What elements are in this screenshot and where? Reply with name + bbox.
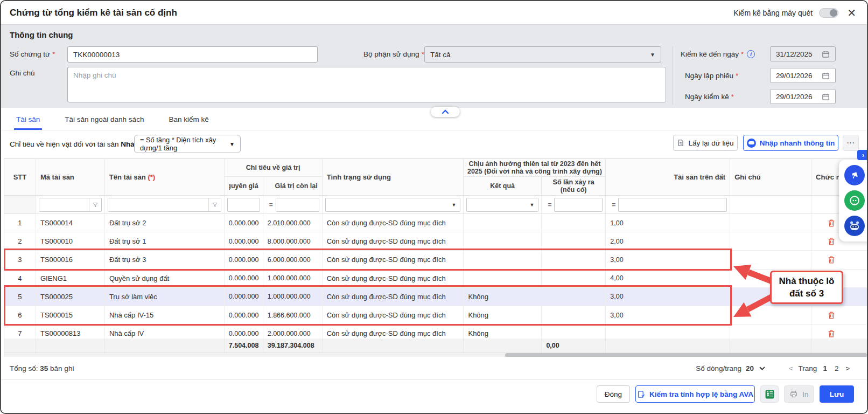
filter-occurrences[interactable]: = [542, 196, 606, 213]
filter-funnel-icon[interactable] [89, 198, 101, 211]
cell-result[interactable]: Không [464, 325, 542, 339]
cell-asset-name[interactable]: Nhà cấp IV [105, 325, 225, 339]
save-button[interactable]: Lưu [820, 385, 854, 403]
cell-asset-name[interactable]: Đất trụ sở 1 [105, 232, 225, 250]
cell-occurrences[interactable] [542, 251, 606, 268]
cell-original-cost[interactable]: 0.000.000 [225, 270, 263, 287]
cell-usage-status[interactable]: Còn sử dụng được-SD đúng mục đích [323, 232, 464, 250]
cell-stt[interactable]: 3 [4, 251, 36, 268]
delete-row-button[interactable] [828, 329, 835, 338]
delete-row-button[interactable] [828, 237, 835, 246]
panda-bot-icon[interactable] [844, 216, 865, 236]
col-asset-code[interactable]: Mã tài sản [36, 159, 105, 195]
cell-note[interactable] [730, 306, 811, 324]
cell-original-cost[interactable]: 0.000.000 [225, 288, 263, 306]
cell-asset-name[interactable]: Đất trụ sở 2 [105, 214, 225, 232]
filter-remaining-value[interactable]: = [263, 196, 323, 213]
cell-asset-name[interactable]: Nhà cấp IV-15 [105, 306, 225, 324]
note-textarea[interactable] [67, 67, 666, 102]
cell-stt[interactable]: 6 [4, 306, 36, 324]
close-button[interactable]: Đóng [597, 385, 630, 403]
filter-asset-code[interactable] [36, 196, 105, 213]
cell-usage-status[interactable]: Còn sử dụng được-SD đúng mục đích [323, 288, 464, 306]
col-asset-name[interactable]: Tên tài sản (*) [105, 159, 225, 195]
department-select[interactable]: Tất cả▼ [424, 46, 661, 63]
table-row[interactable]: 6TS000015Nhà cấp IV-150.000.0001.866.600… [4, 306, 868, 325]
cell-original-cost[interactable]: 0.000.000 [225, 251, 263, 268]
cell-asset-code[interactable]: TS000015 [36, 306, 105, 324]
cell-land-assets[interactable]: 3,00 [606, 251, 730, 268]
cell-usage-status[interactable]: Còn sử dụng được-SD đúng mục đích [323, 214, 464, 232]
cell-result[interactable] [464, 214, 542, 232]
cell-remaining-value[interactable]: 2.010.000.000 [263, 214, 323, 232]
cell-remaining-value[interactable]: 8.000.000.000 [263, 232, 323, 250]
delete-row-button[interactable] [828, 219, 835, 227]
criteria-dropdown[interactable]: = Số tầng * Diện tích xây dựng/1 tầng▼ [134, 135, 241, 153]
cell-land-assets[interactable]: 1,00 [606, 214, 730, 232]
more-options-button[interactable]: ⋯ [843, 135, 859, 151]
cell-asset-code[interactable]: TS000010 [36, 232, 105, 250]
filter-original-cost[interactable] [225, 196, 263, 213]
close-icon[interactable]: ✕ [845, 6, 858, 19]
cell-occurrences[interactable] [542, 306, 606, 324]
col-remaining-value[interactable]: Giá trị còn lại [263, 177, 322, 195]
calendar-icon[interactable] [822, 93, 830, 101]
delete-row-button[interactable] [828, 256, 835, 264]
col-occurrences[interactable]: Số lần xảy ra (nếu có) [542, 177, 606, 195]
cell-land-assets[interactable] [606, 325, 730, 339]
cell-asset-code[interactable]: GIENG1 [36, 270, 105, 287]
cell-occurrences[interactable] [542, 325, 606, 339]
cell-note[interactable] [730, 232, 811, 250]
page-2-button[interactable]: 2 [833, 364, 841, 372]
cell-result[interactable]: Không [464, 288, 542, 306]
cell-usage-status[interactable]: Còn sử dụng được-SD đúng mục đích [323, 270, 464, 287]
inventory-date-input[interactable]: 29/01/2026 [770, 89, 836, 104]
cell-land-assets[interactable]: 3,00 [606, 288, 730, 306]
chevron-down-icon[interactable] [759, 367, 765, 370]
cell-note[interactable] [730, 214, 811, 232]
collapse-section-button[interactable] [431, 107, 460, 117]
export-excel-button[interactable] [760, 385, 779, 403]
cell-land-assets[interactable]: 3,00 [606, 306, 730, 324]
announcement-icon[interactable] [844, 165, 865, 185]
cell-result[interactable] [464, 270, 542, 287]
page-1-button[interactable]: 1 [821, 364, 829, 372]
table-row[interactable]: 5TS000025Trụ sở làm việc0.000.0001.000.0… [4, 288, 868, 306]
cell-occurrences[interactable] [542, 288, 606, 306]
cell-asset-name[interactable]: Quyền sử dụng đất [105, 270, 225, 287]
filter-land-assets[interactable]: = [606, 196, 730, 213]
cell-remaining-value[interactable]: 1.000.000.000 [263, 288, 323, 306]
col-usage-status[interactable]: Tình trạng sử dụng [323, 159, 464, 195]
cell-remaining-value[interactable]: 6.000.000.000 [263, 251, 323, 268]
cell-result[interactable] [464, 251, 542, 268]
tab-ban-kiem-ke[interactable]: Ban kiểm kê [166, 110, 211, 130]
cell-usage-status[interactable]: Còn sử dụng được-SD đúng mục đích [323, 325, 464, 339]
delete-row-button[interactable] [828, 311, 835, 320]
cell-original-cost[interactable]: 0.000.000 [225, 214, 263, 232]
col-original-cost[interactable]: Nguyên giá [225, 177, 263, 195]
cell-occurrences[interactable] [542, 214, 606, 232]
filter-funnel-icon[interactable] [208, 198, 221, 211]
cell-original-cost[interactable]: 0.000.000 [225, 306, 263, 324]
cell-result[interactable]: Không [464, 306, 542, 324]
cell-usage-status[interactable]: Còn sử dụng được-SD đúng mục đích [323, 251, 464, 268]
cell-asset-code[interactable]: TS000014 [36, 214, 105, 232]
cell-remaining-value[interactable]: 1.000.000.000 [263, 270, 323, 287]
cell-usage-status[interactable]: Còn sử dụng được-SD đúng mục đích [323, 306, 464, 324]
reload-data-button[interactable]: Lấy lại dữ liệu [673, 135, 738, 151]
cell-note[interactable] [730, 325, 811, 339]
filter-result[interactable]: ▼ [464, 196, 542, 213]
cell-stt[interactable]: 5 [4, 288, 36, 306]
cell-note[interactable] [730, 251, 811, 268]
validate-ava-button[interactable]: Kiểm tra tính hợp lệ bằng AVA [635, 385, 755, 403]
filter-usage-status[interactable]: ▼ [323, 196, 464, 213]
cell-occurrences[interactable] [542, 270, 606, 287]
table-row[interactable]: 1TS000014Đất trụ sở 20.000.0002.010.000.… [4, 214, 868, 232]
created-date-input[interactable]: 29/01/2026 [770, 68, 836, 83]
filter-asset-name[interactable] [105, 196, 225, 213]
col-result[interactable]: Kết quả [464, 177, 541, 195]
table-row[interactable]: 4GIENG1Quyền sử dụng đất0.000.0001.000.0… [4, 270, 868, 288]
cell-asset-name[interactable]: Đất trụ sở 3 [105, 251, 225, 268]
cell-remaining-value[interactable]: 1.866.600.000 [263, 306, 323, 324]
quick-input-button[interactable]: Nhập nhanh thông tin [743, 135, 838, 151]
